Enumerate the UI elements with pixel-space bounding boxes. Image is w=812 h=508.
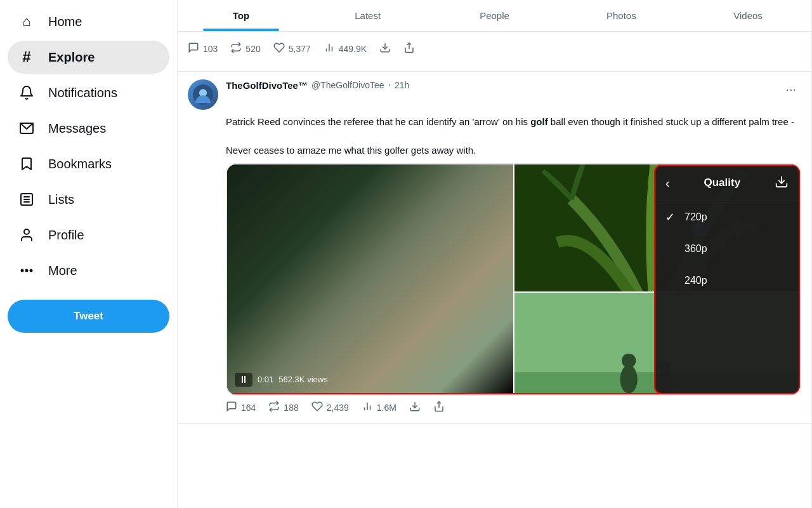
bell-icon [18, 84, 36, 102]
tweet-video[interactable]: ⏸ 0:01 562.3K views [227, 164, 513, 394]
quality-menu-title: Quality [704, 177, 741, 189]
retweet-icon [230, 42, 242, 56]
tweet-meta: TheGolfDivoTee™ @TheGolfDivoTee · 21h [226, 79, 773, 91]
red-border-bottom [227, 393, 800, 396]
search-tabs: Top Latest People Photos Videos [178, 0, 811, 32]
sidebar: ⌂ Home # Explore Notifications Messages [0, 0, 178, 508]
retweet-count: 520 [246, 44, 260, 54]
comment-stat[interactable]: 103 [188, 42, 218, 56]
like-action-icon [311, 401, 323, 415]
play-pause-button[interactable]: ⏸ [235, 373, 252, 387]
comment-action[interactable]: 164 [226, 401, 256, 415]
sidebar-item-label: Profile [48, 228, 84, 243]
quality-option-720p[interactable]: ✓ 720p [655, 201, 799, 233]
tweet-time: 21h [395, 80, 409, 90]
hashtag-icon: # [18, 48, 36, 66]
tweet-handle: @TheGolfDivoTee [311, 80, 384, 90]
download-action[interactable] [409, 401, 421, 415]
sidebar-item-label: Lists [48, 192, 74, 207]
video-thumbnail [227, 164, 513, 394]
download-icon [379, 42, 391, 56]
svg-point-23 [621, 353, 636, 368]
red-border-right [799, 164, 801, 394]
home-icon: ⌂ [18, 13, 36, 30]
quality-option-360p[interactable]: ✓ 360p [655, 233, 799, 265]
sidebar-item-explore[interactable]: # Explore [8, 41, 169, 74]
tweet-text-bold: golf [530, 116, 548, 127]
tweet-author-row: TheGolfDivoTee™ @TheGolfDivoTee · 21h ··… [188, 79, 801, 110]
views-stat[interactable]: 449.9K [324, 42, 367, 56]
tweet-text: Patrick Reed convinces the referee that … [226, 115, 801, 158]
quality-menu-header: ‹ Quality [655, 166, 799, 201]
tweet-stats-row: 103 520 5,377 449.9K [178, 32, 811, 72]
comment-action-count: 164 [241, 403, 256, 413]
sidebar-item-label: Bookmarks [48, 157, 112, 171]
tab-top[interactable]: Top [178, 0, 304, 31]
profile-icon [18, 226, 36, 244]
sidebar-item-messages[interactable]: Messages [8, 112, 169, 145]
sidebar-item-lists[interactable]: Lists [8, 183, 169, 216]
video-timestamp: 0:01 [258, 375, 273, 384]
tab-videos[interactable]: Videos [684, 0, 811, 31]
share-action-icon [433, 401, 445, 415]
video-views: 562.3K views [278, 375, 327, 384]
quality-label-360p: 360p [684, 243, 789, 255]
share-action[interactable] [433, 401, 445, 415]
views-action[interactable]: 1.6M [362, 401, 396, 415]
retweet-action[interactable]: 188 [268, 401, 298, 415]
golf-tweet-card: TheGolfDivoTee™ @TheGolfDivoTee · 21h ··… [178, 72, 811, 424]
tab-latest[interactable]: Latest [304, 0, 431, 31]
quality-label-240p: 240p [684, 275, 789, 286]
heart-icon [273, 42, 285, 56]
comment-count: 103 [203, 44, 218, 54]
sidebar-item-label: Notifications [48, 86, 117, 100]
quality-option-240p[interactable]: ✓ 240p [655, 265, 799, 297]
like-count: 5,377 [289, 44, 311, 54]
retweet-action-icon [268, 401, 280, 415]
like-stat[interactable]: 5,377 [273, 42, 311, 56]
sidebar-item-notifications[interactable]: Notifications [8, 76, 169, 109]
sidebar-item-label: More [48, 264, 77, 278]
quality-download-button[interactable] [775, 175, 789, 192]
tweet-engagement-stats: 103 520 5,377 449.9K [188, 39, 801, 64]
comment-action-icon [226, 401, 237, 415]
lists-icon [18, 190, 36, 208]
tweet-action-row: 164 188 2,439 1.6M [226, 401, 801, 415]
main-content: Top Latest People Photos Videos 103 [178, 0, 812, 508]
tweet-author-name: TheGolfDivoTee™ [226, 80, 308, 91]
download-action-icon [409, 401, 421, 415]
quality-label-720p: 720p [684, 211, 789, 223]
sidebar-item-home[interactable]: ⌂ Home [8, 5, 169, 38]
tab-people[interactable]: People [431, 0, 558, 31]
views-count: 449.9K [339, 44, 367, 54]
sidebar-item-label: Home [48, 15, 82, 29]
tab-photos[interactable]: Photos [558, 0, 684, 31]
like-action[interactable]: 2,439 [311, 401, 349, 415]
tweet-text-extra: Never ceases to amaze me what this golfe… [226, 145, 476, 156]
tweet-more-button[interactable]: ··· [780, 79, 801, 99]
tweet-separator: · [388, 79, 391, 91]
sidebar-item-label: Explore [48, 50, 95, 65]
sidebar-item-label: Messages [48, 121, 106, 136]
more-icon [18, 262, 36, 279]
tweet-button[interactable]: Tweet [8, 300, 169, 333]
svg-point-8 [30, 270, 32, 272]
avatar [188, 79, 218, 110]
tweet-text-part1: Patrick Reed convinces the referee that … [226, 116, 530, 127]
sidebar-item-more[interactable]: More [8, 254, 169, 287]
share-stat[interactable] [403, 42, 415, 56]
sidebar-item-profile[interactable]: Profile [8, 218, 169, 251]
share-icon [403, 42, 415, 56]
quality-menu: ‹ Quality ✓ 720p ✓ 360p ✓ 240p [654, 164, 800, 394]
svg-point-6 [22, 270, 23, 272]
views-action-icon [362, 401, 373, 415]
views-action-count: 1.6M [377, 403, 396, 413]
sidebar-item-bookmarks[interactable]: Bookmarks [8, 147, 169, 180]
video-controls: ⏸ 0:01 562.3K views [235, 373, 328, 387]
quality-check-720p: ✓ [665, 210, 678, 224]
tweet-text-part2: ball even though it finished stuck up a … [548, 116, 794, 127]
comment-icon [188, 42, 199, 56]
retweet-stat[interactable]: 520 [230, 42, 260, 56]
download-stat[interactable] [379, 42, 391, 56]
quality-back-button[interactable]: ‹ [665, 176, 670, 190]
